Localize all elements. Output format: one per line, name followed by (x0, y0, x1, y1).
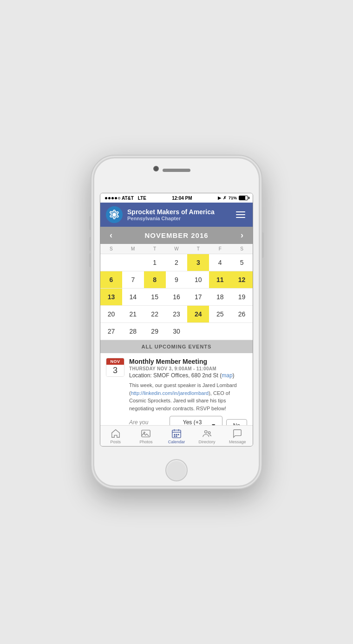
svg-point-17 (208, 432, 210, 434)
svg-rect-15 (176, 436, 177, 437)
linkedin-link[interactable]: http://linkedin.com/in/jaredlombard (131, 390, 209, 396)
event-desc-1: This week, our guest speaker is Jared Lo… (129, 381, 247, 412)
day-header-sat: S (231, 244, 253, 254)
cal-day-6[interactable]: 6 (100, 271, 122, 288)
svg-point-16 (204, 431, 207, 434)
calendar-label: Calendar (168, 440, 185, 444)
cal-day-1[interactable]: 1 (144, 254, 166, 271)
nav-item-message[interactable]: Message (222, 427, 253, 445)
cal-day-28[interactable]: 28 (122, 323, 144, 340)
directory-icon (202, 428, 213, 439)
rsvp-no-button[interactable]: No (226, 419, 247, 425)
menu-button[interactable] (234, 210, 247, 220)
svg-rect-14 (174, 436, 175, 437)
cal-day-17[interactable]: 17 (187, 289, 209, 305)
cal-day-2[interactable]: 2 (166, 254, 188, 271)
bluetooth-icon: ✗ (223, 196, 227, 200)
cal-day-4[interactable]: 4 (209, 254, 231, 271)
cal-day-14[interactable]: 14 (122, 289, 144, 305)
org-name: Sprocket Makers of America (127, 208, 229, 216)
nav-item-photos[interactable]: Photos (131, 427, 162, 445)
carrier-label: AT&T (122, 196, 134, 201)
cal-day-19[interactable]: 19 (231, 289, 253, 305)
svg-rect-13 (178, 434, 179, 435)
status-bar: AT&T LTE 12:04 PM ▶ ✗ 71% (100, 193, 253, 203)
org-logo (106, 206, 123, 223)
svg-rect-12 (176, 434, 177, 435)
message-label: Message (229, 440, 246, 444)
bottom-nav: Posts Photos (100, 425, 253, 446)
calendar-nav: ‹ NOVEMBER 2016 › (100, 227, 253, 244)
calendar-icon (171, 428, 182, 439)
home-button[interactable] (165, 459, 188, 481)
event-item-1: NOV 3 Monthly Member Meeting THURSDAY NO… (100, 353, 253, 425)
cal-day-3[interactable]: 3 (187, 254, 209, 271)
calendar-week-3: 13 14 15 16 17 18 19 (100, 289, 253, 306)
cal-day-8[interactable]: 8 (144, 271, 166, 288)
day-header-mon: M (122, 244, 144, 254)
cal-day-18[interactable]: 18 (209, 289, 231, 305)
network-label: LTE (138, 196, 146, 201)
cal-day-empty (122, 254, 144, 271)
rsvp-label: Are you coming? (129, 419, 166, 425)
location-icon: ▶ (218, 196, 221, 200)
cal-day-24[interactable]: 24 (187, 306, 209, 322)
map-link[interactable]: map (222, 372, 232, 379)
days-header: S M T W T F S (100, 244, 253, 254)
directory-label: Directory (199, 440, 216, 444)
calendar-week-5: 27 28 29 30 (100, 323, 253, 340)
cal-day-9[interactable]: 9 (166, 271, 188, 288)
rsvp-yes-button[interactable]: Yes (+3 guests) ▼ (170, 416, 222, 425)
events-banner: ALL UPCOMING EVENTS (100, 340, 253, 353)
cal-day-5[interactable]: 5 (231, 254, 253, 271)
calendar-grid: S M T W T F S 1 2 3 4 5 6 7 (100, 244, 253, 340)
event-rsvp-1: Are you coming? Yes (+3 guests) ▼ No (129, 416, 247, 425)
cal-day-26[interactable]: 26 (231, 306, 253, 322)
cal-day-15[interactable]: 15 (144, 289, 166, 305)
app-header: Sprocket Makers of America Pennsylvania … (100, 203, 253, 227)
home-icon (110, 428, 121, 439)
cal-day-23[interactable]: 23 (166, 306, 188, 322)
speaker (163, 169, 190, 172)
cal-day-16[interactable]: 16 (166, 289, 188, 305)
cal-day-25[interactable]: 25 (209, 306, 231, 322)
event-content-1: Monthly Member Meeting THURSDAY NOV 3, 9… (129, 358, 247, 425)
cal-day-11[interactable]: 11 (209, 271, 231, 288)
cal-day-29[interactable]: 29 (144, 323, 166, 340)
cal-day-21[interactable]: 21 (122, 306, 144, 322)
cal-day-10[interactable]: 10 (187, 271, 209, 288)
cal-day-27[interactable]: 27 (100, 323, 122, 340)
event-time-1: THURSDAY NOV 3, 9:00AM - 11:00AM (129, 366, 247, 371)
event-day-1: 3 (106, 365, 124, 376)
cal-day-20[interactable]: 20 (100, 306, 122, 322)
signal-icon (105, 197, 120, 199)
cal-day-7[interactable]: 7 (122, 271, 144, 288)
day-header-sun: S (100, 244, 122, 254)
time-label: 12:04 PM (172, 196, 192, 201)
next-month-button[interactable]: › (238, 230, 246, 240)
hamburger-line (236, 211, 245, 212)
camera (153, 166, 159, 171)
nav-item-calendar[interactable]: Calendar (161, 427, 192, 445)
day-header-tue: T (144, 244, 166, 254)
cal-day-13[interactable]: 13 (100, 289, 122, 305)
nav-item-directory[interactable]: Directory (192, 427, 222, 445)
cal-day-22[interactable]: 22 (144, 306, 166, 322)
battery-percent: 71% (229, 196, 237, 200)
hamburger-line (236, 214, 245, 215)
phone-shell: AT&T LTE 12:04 PM ▶ ✗ 71% (91, 155, 262, 489)
day-header-wed: W (166, 244, 188, 254)
nav-item-posts[interactable]: Posts (100, 427, 131, 445)
header-text: Sprocket Makers of America Pennsylvania … (127, 208, 229, 222)
svg-rect-11 (174, 434, 175, 435)
calendar-week-4: 20 21 22 23 24 25 26 (100, 306, 253, 323)
events-list: NOV 3 Monthly Member Meeting THURSDAY NO… (100, 353, 253, 425)
event-title-1: Monthly Member Meeting (129, 358, 247, 365)
calendar-week-1: 1 2 3 4 5 (100, 254, 253, 271)
event-month-1: NOV (106, 358, 124, 365)
hamburger-line (236, 217, 245, 218)
prev-month-button[interactable]: ‹ (107, 230, 115, 240)
event-date-badge-1: NOV 3 (106, 358, 124, 377)
cal-day-12[interactable]: 12 (231, 271, 253, 288)
cal-day-30[interactable]: 30 (166, 323, 188, 340)
